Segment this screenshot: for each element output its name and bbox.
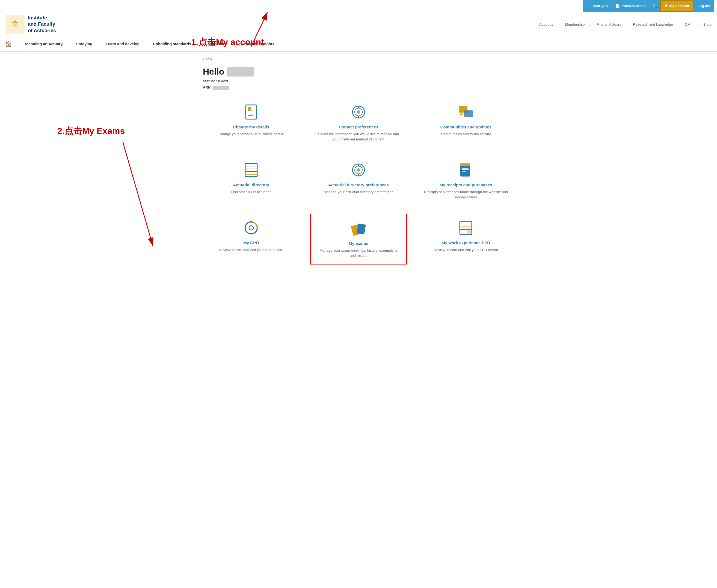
my-work-title: My work experience PPD: [442, 240, 491, 245]
communities-icon: [457, 103, 475, 121]
header-nav: About us | Membership | Find an Actuary …: [539, 22, 712, 26]
svg-rect-32: [462, 168, 469, 170]
practice-areas-button[interactable]: 📄 Practice areas: [612, 0, 649, 12]
card-my-work[interactable]: My work experience PPD Review, record an…: [418, 214, 514, 265]
dir-prefs-desc: Manage your actuarial directory preferen…: [324, 189, 393, 195]
search-icon: 🔍: [653, 4, 657, 8]
breadcrumb[interactable]: Home: [203, 57, 514, 61]
account-card-grid: i Change my details Change your personal…: [203, 98, 514, 265]
receipts-icon: [457, 161, 475, 179]
my-work-desc: Review, record and edit your PPD record: [434, 247, 498, 253]
card-contact-prefs[interactable]: Contact preferences Select the informati…: [310, 98, 407, 148]
svg-rect-3: [248, 107, 251, 111]
top-bar: 🌐 Near you 📄 Practice areas 🔍 ✱ My Accou…: [0, 0, 717, 12]
globe-icon: 🌐: [586, 4, 591, 8]
status-line: Status: Student: [203, 79, 514, 83]
nav-learn-develop[interactable]: Learn and develop: [99, 37, 146, 51]
svg-point-36: [251, 221, 252, 223]
card-communities[interactable]: Communities and updates Communities and …: [418, 98, 514, 148]
communities-desc: Communities and forum activity: [441, 131, 491, 137]
my-cpd-title: My CPD: [243, 240, 259, 245]
search-button[interactable]: 🔍: [649, 0, 660, 12]
svg-rect-33: [462, 171, 466, 172]
dir-prefs-title: Actuarial directory preferences: [328, 183, 389, 187]
svg-rect-31: [460, 163, 470, 166]
arn-line: ARN:: [203, 85, 514, 90]
practice-areas-label: Practice areas: [622, 4, 646, 8]
card-receipts[interactable]: My receipts and purchases Receipts of pu…: [418, 156, 514, 206]
my-cpd-icon: [242, 219, 260, 237]
home-nav-button[interactable]: 🏠: [0, 37, 17, 51]
actuarial-dir-title: Actuarial directory: [233, 183, 269, 187]
contact-prefs-title: Contact preferences: [339, 125, 378, 129]
logo-crest-icon: ⚜: [5, 15, 25, 34]
card-change-details[interactable]: i Change my details Change your personal…: [203, 98, 299, 148]
my-account-button[interactable]: ✱ My Account: [660, 0, 694, 12]
near-you-button[interactable]: 🌐 Near you: [583, 0, 612, 12]
main-nav: 🏠 Becoming an Actuary Studying Learn and…: [0, 37, 717, 51]
my-cpd-desc: Review, record and edit your CPD record: [219, 247, 283, 253]
receipts-desc: Receipts of purchases made through the w…: [423, 189, 509, 200]
hello-title: Hello: [203, 67, 514, 77]
doc-icon: 📄: [615, 4, 620, 8]
find-actuary-link[interactable]: Find an Actuary: [596, 22, 621, 26]
actuarial-dir-desc: Find other IFOA actuaries: [231, 189, 271, 195]
change-details-title: Change my details: [233, 125, 269, 129]
nav-upholding-standards[interactable]: Upholding standards: [146, 37, 198, 51]
site-header: ⚜ Institute and Faculty of Actuaries Abo…: [0, 12, 717, 37]
change-details-icon: i: [242, 103, 260, 121]
contact-prefs-icon: [350, 103, 367, 121]
nav-news-insights[interactable]: News and insights: [234, 37, 281, 51]
page-wrapper: 🌐 Near you 📄 Practice areas 🔍 ✱ My Accou…: [0, 0, 717, 270]
near-you-label: Near you: [592, 4, 608, 8]
tools-icon: ✱: [665, 4, 668, 8]
card-my-cpd[interactable]: My CPD Review, record and edit your CPD …: [203, 214, 299, 265]
logo-text: Institute and Faculty of Actuaries: [28, 15, 56, 34]
communities-title: Communities and updates: [440, 125, 492, 129]
svg-text:2.点击My Exams: 2.点击My Exams: [57, 126, 125, 136]
svg-point-35: [249, 226, 253, 230]
cmi-link[interactable]: CMI: [685, 22, 691, 26]
nav-get-involved[interactable]: Get involved: [198, 37, 234, 51]
svg-text:⚜: ⚜: [10, 18, 19, 29]
research-link[interactable]: Research and knowledge: [633, 22, 673, 26]
hello-section: Hello Status: Student ARN:: [203, 67, 514, 90]
my-exams-title: My exams: [349, 241, 368, 246]
shop-link[interactable]: Shop: [703, 22, 712, 26]
logo-area: ⚜ Institute and Faculty of Actuaries: [5, 15, 56, 34]
dir-prefs-icon: [350, 161, 367, 179]
svg-text:i: i: [251, 107, 252, 111]
receipts-title: My receipts and purchases: [440, 183, 492, 187]
logout-label: Log out: [697, 4, 711, 8]
card-dir-prefs[interactable]: Actuarial directory preferences Manage y…: [310, 156, 407, 206]
home-icon: 🏠: [5, 41, 12, 47]
card-my-exams[interactable]: My exams Manage your exam bookings, hist…: [310, 214, 407, 265]
svg-rect-39: [460, 221, 472, 234]
about-us-link[interactable]: About us: [539, 22, 553, 26]
svg-marker-16: [460, 112, 463, 115]
my-account-label: My Account: [669, 4, 689, 8]
svg-rect-15: [464, 110, 473, 117]
my-work-icon: [457, 219, 475, 237]
actuarial-dir-icon: [242, 161, 260, 179]
username-blur: [227, 67, 254, 77]
change-details-desc: Change your personal or business details: [218, 131, 284, 137]
svg-line-46: [123, 142, 153, 246]
nav-studying[interactable]: Studying: [69, 37, 99, 51]
my-exams-desc: Manage your exam bookings, history, exem…: [316, 248, 400, 258]
nav-becoming-actuary[interactable]: Becoming an Actuary: [17, 37, 69, 51]
logout-button[interactable]: Log out: [694, 0, 714, 12]
svg-point-25: [357, 168, 360, 172]
contact-prefs-desc: Select the information you would like to…: [316, 131, 401, 142]
membership-link[interactable]: Membership: [565, 22, 585, 26]
arn-blur: [213, 86, 229, 90]
my-exams-icon: [350, 220, 367, 237]
svg-point-9: [357, 110, 360, 114]
main-content: Home Hello Status: Student ARN: i: [195, 51, 522, 270]
card-actuarial-dir[interactable]: Actuarial directory Find other IFOA actu…: [203, 156, 299, 206]
